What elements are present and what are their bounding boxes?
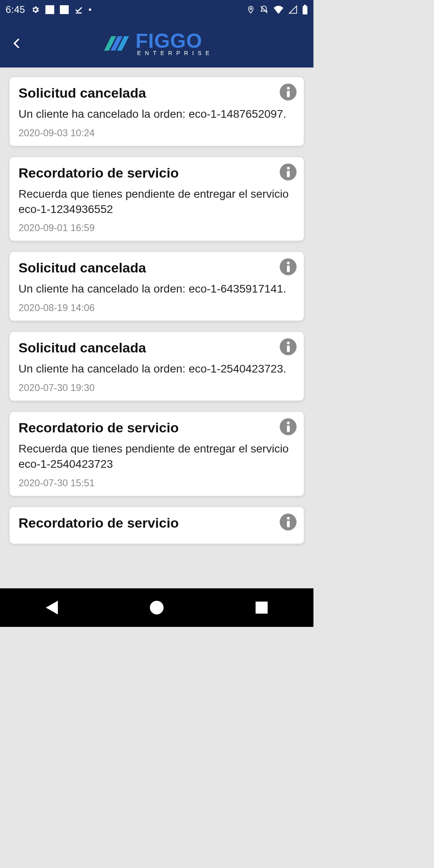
nav-home-icon[interactable]	[150, 601, 164, 614]
status-bar: 6:45	[0, 0, 313, 19]
logo-mark-icon	[100, 31, 132, 56]
info-icon[interactable]	[280, 164, 297, 180]
info-icon[interactable]	[280, 84, 297, 100]
notification-timestamp: 2020-07-30 19:30	[18, 382, 295, 393]
notification-card[interactable]: Solicitud canceladaUn cliente ha cancela…	[10, 77, 304, 146]
chevron-left-icon	[11, 35, 23, 51]
nav-back-icon[interactable]	[46, 601, 58, 614]
system-nav-bar	[0, 588, 313, 627]
status-left: 6:45	[6, 4, 91, 15]
notification-title: Solicitud cancelada	[18, 340, 295, 356]
svg-point-1	[250, 8, 252, 9]
notification-title: Recordatorio de servicio	[18, 165, 295, 181]
notification-timestamp: 2020-08-19 14:06	[18, 302, 295, 313]
wifi-icon	[273, 5, 284, 14]
notification-title: Solicitud cancelada	[18, 260, 295, 276]
status-right	[247, 5, 308, 14]
notification-list[interactable]: Solicitud canceladaUn cliente ha cancela…	[0, 68, 313, 588]
notification-card[interactable]: Solicitud canceladaUn cliente ha cancela…	[10, 332, 304, 401]
notification-card[interactable]: Recordatorio de servicio	[10, 507, 304, 544]
dnd-icon	[260, 5, 268, 14]
notification-body: Un cliente ha cancelado la orden: eco-1-…	[18, 106, 295, 122]
location-icon	[247, 5, 255, 14]
notification-timestamp: 2020-07-30 15:51	[18, 477, 295, 489]
notification-card[interactable]: Recordatorio de servicioRecuerda que tie…	[10, 412, 304, 496]
notification-card[interactable]: Solicitud canceladaUn cliente ha cancela…	[10, 252, 304, 321]
notification-title: Solicitud cancelada	[18, 85, 295, 101]
gear-icon	[31, 5, 40, 14]
svg-rect-3	[303, 6, 307, 14]
notification-body: Recuerda que tienes pendiente de entrega…	[18, 186, 295, 217]
brand-name: FIGGO	[135, 31, 213, 51]
back-button[interactable]	[7, 34, 27, 53]
svg-rect-4	[304, 5, 306, 6]
notification-body: Recuerda que tienes pendiente de entrega…	[18, 441, 295, 472]
status-more-icon	[89, 8, 91, 11]
battery-icon	[302, 5, 308, 14]
app-header: FIGGO ENTERPRISE	[0, 19, 313, 68]
info-icon[interactable]	[280, 514, 297, 530]
notification-timestamp: 2020-09-03 10:24	[18, 127, 295, 139]
nav-recents-icon[interactable]	[256, 602, 268, 614]
notification-card[interactable]: Recordatorio de servicioRecuerda que tie…	[10, 157, 304, 241]
notification-title: Recordatorio de servicio	[18, 515, 295, 531]
notification-body: Un cliente ha cancelado la orden: eco-1-…	[18, 281, 295, 297]
brand-subtitle: ENTERPRISE	[135, 50, 213, 56]
brand-logo: FIGGO ENTERPRISE	[100, 31, 213, 56]
info-icon[interactable]	[280, 338, 297, 355]
info-icon[interactable]	[280, 418, 297, 435]
status-time: 6:45	[6, 4, 25, 15]
download-done-icon	[74, 5, 83, 14]
status-app-icon	[60, 5, 69, 14]
notification-body: Un cliente ha cancelado la orden: eco-1-…	[18, 361, 295, 377]
notification-title: Recordatorio de servicio	[18, 420, 295, 436]
status-app-icon	[45, 5, 54, 14]
signal-icon	[289, 5, 297, 14]
notification-timestamp: 2020-09-01 16:59	[18, 222, 295, 233]
